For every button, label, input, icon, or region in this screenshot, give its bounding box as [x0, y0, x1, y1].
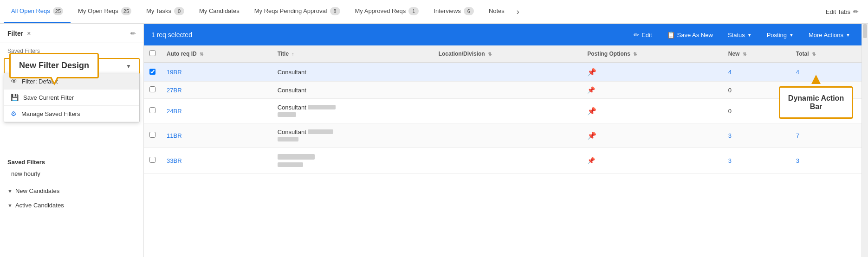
new-count-link[interactable]: 4 [728, 69, 732, 76]
tab-my-open-reqs[interactable]: My Open Reqs 25 [71, 0, 139, 23]
header-title[interactable]: Title ↑ [272, 45, 433, 63]
total-count-link[interactable]: 4 [796, 69, 799, 76]
select-all-checkbox[interactable] [149, 50, 155, 56]
scrollbar[interactable] [862, 24, 868, 257]
filter-group-active-candidates[interactable]: ▼ Active Candidates [0, 198, 143, 212]
dropdown-item-label: Manage Saved Filters [21, 110, 80, 117]
status-label: Status [728, 32, 745, 39]
new-cell: 0 [723, 99, 790, 123]
tab-all-open-reqs[interactable]: All Open Reqs 25 [4, 0, 71, 23]
total-count-link[interactable]: 7 [796, 132, 799, 139]
edit-icon: ✏ [853, 8, 859, 15]
sort-icon: ⇅ [200, 51, 203, 57]
new-cell: 0 [723, 82, 790, 99]
filter-panel: Filter × ✏ Saved Filters 👁 Filter: Defau… [0, 24, 144, 257]
tab-my-reqs-pending-approval[interactable]: My Reqs Pending Approval 8 [247, 0, 348, 23]
row-checkbox[interactable] [149, 132, 155, 138]
pin-icon-red: 📌 [587, 132, 596, 140]
edit-button[interactable]: ✏ Edit [630, 29, 655, 40]
req-id-link[interactable]: 24BR [167, 108, 182, 115]
eye-icon: 👁 [11, 77, 17, 85]
tab-badge: 1 [408, 7, 419, 15]
title-cell: Consultant [272, 99, 433, 123]
tab-label: Notes [489, 7, 505, 14]
chevron-down-icon: ▼ [7, 188, 13, 194]
req-id-link[interactable]: 11BR [167, 132, 182, 139]
filter-group-new-candidates[interactable]: ▼ New Candidates [0, 184, 143, 198]
filter-edit-button[interactable]: ✏ [130, 30, 136, 37]
row-checkbox-cell [144, 99, 161, 123]
tab-my-candidates[interactable]: My Candidates [192, 0, 247, 23]
new-count-link[interactable]: 3 [728, 157, 732, 164]
new-cell: 3 [723, 148, 790, 173]
saved-filter-item[interactable]: new hourly [7, 168, 136, 179]
chevron-down-icon: ▼ [846, 32, 850, 38]
tab-more-button[interactable]: › [512, 0, 524, 23]
save-as-new-button[interactable]: 📋 Save As New [663, 29, 717, 40]
blurred-content [278, 154, 315, 160]
tab-bar: All Open Reqs 25 My Open Reqs 25 My Task… [0, 0, 868, 24]
location-cell [433, 123, 582, 148]
more-actions-button[interactable]: More Actions ▼ [805, 30, 854, 40]
posting-options-cell: 📌 [582, 148, 723, 173]
posting-options-cell: 📌 [582, 99, 723, 123]
row-checkbox[interactable] [149, 107, 155, 113]
scrollbar-thumb[interactable] [863, 24, 867, 38]
edit-icon: ✏ [634, 31, 639, 39]
header-posting-options[interactable]: Posting Options ⇅ [582, 45, 723, 63]
tab-my-approved-reqs[interactable]: My Approved Reqs 1 [348, 0, 427, 23]
tab-notes[interactable]: Notes [481, 0, 512, 23]
row-checkbox[interactable] [149, 86, 155, 92]
tab-label: My Open Reqs [78, 7, 118, 14]
sort-icon: ⇅ [633, 51, 637, 57]
row-checkbox[interactable] [149, 157, 155, 163]
table-row: 27BR Consultant 📌 0 [144, 82, 862, 99]
total-count-link[interactable]: 3 [796, 157, 799, 164]
tab-label: My Tasks [146, 7, 171, 14]
header-total[interactable]: Total ⇅ [790, 45, 862, 63]
total-count-link[interactable]: 1 [796, 108, 799, 115]
dropdown-item-filter-default[interactable]: 👁 Filter: Default [4, 73, 139, 90]
saved-filters-section: Saved Filters new hourly ▼ New Candidate… [0, 154, 143, 212]
header-location-division[interactable]: Location/Division ⇅ [433, 45, 582, 63]
posting-button[interactable]: Posting ▼ [763, 30, 797, 40]
filter-dropdown-trigger[interactable]: 👁 Filter: Default ▼ [4, 58, 140, 74]
total-cell: 0 [790, 82, 862, 99]
edit-tabs-button[interactable]: Edit Tabs ✏ [820, 0, 864, 23]
main-area: Filter × ✏ Saved Filters 👁 Filter: Defau… [0, 24, 868, 257]
tab-my-tasks[interactable]: My Tasks 0 [139, 0, 192, 23]
req-id-link[interactable]: 19BR [167, 69, 182, 76]
table-wrapper: Auto req ID ⇅ Title ↑ Location/Division … [144, 45, 862, 257]
chevron-down-icon: ▼ [7, 203, 13, 208]
new-count: 0 [728, 108, 732, 115]
req-id-link[interactable]: 27BR [167, 87, 182, 94]
tab-badge: 8 [330, 7, 340, 15]
tab-label: My Reqs Pending Approval [254, 7, 327, 14]
dropdown-item-label: Filter: Default [22, 78, 58, 85]
dropdown-item-save-current[interactable]: 💾 Save Current Filter [4, 90, 139, 106]
new-cell: 3 [723, 123, 790, 148]
req-id-link[interactable]: 33BR [167, 157, 182, 164]
blurred-content [308, 129, 333, 134]
dropdown-item-manage-saved[interactable]: ⚙ Manage Saved Filters [4, 106, 139, 122]
status-button[interactable]: Status ▼ [724, 30, 756, 40]
filter-close-button[interactable]: × [27, 30, 31, 37]
req-id-cell: 33BR [161, 148, 272, 173]
title-value: Consultant [278, 128, 306, 135]
header-auto-req-id[interactable]: Auto req ID ⇅ [161, 45, 272, 63]
posting-options-cell: 📌 [582, 123, 723, 148]
row-checkbox[interactable] [149, 69, 155, 75]
filter-title: Filter [7, 30, 23, 37]
edit-tabs-label: Edit Tabs [826, 8, 850, 15]
tab-interviews[interactable]: Interviews 6 [426, 0, 481, 23]
total-cell: 4 [790, 63, 862, 82]
row-checkbox-cell [144, 82, 161, 99]
header-new[interactable]: New ⇅ [723, 45, 790, 63]
row-checkbox-cell [144, 63, 161, 82]
new-count-link[interactable]: 3 [728, 132, 732, 139]
save-as-new-label: Save As New [677, 32, 713, 39]
eye-icon: 👁 [12, 63, 18, 70]
tab-badge: 0 [174, 7, 184, 15]
title-value: Consultant [278, 87, 306, 94]
saved-filters-content: Saved Filters new hourly [0, 154, 143, 184]
